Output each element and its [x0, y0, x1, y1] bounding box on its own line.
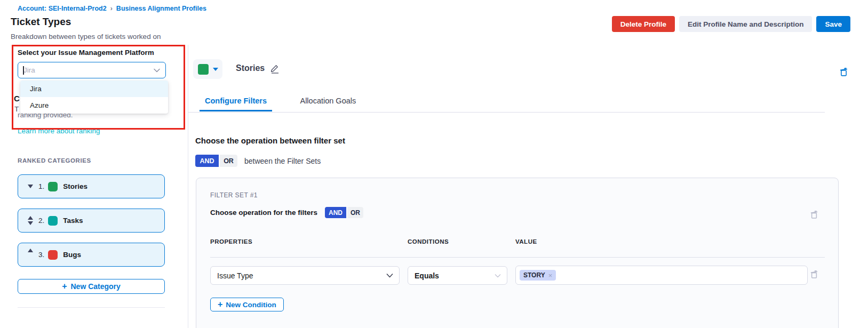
tab-allocation-goals[interactable]: Allocation Goals: [294, 91, 361, 111]
sidebar-bottom-divider: [18, 307, 165, 308]
toggle-caption: between the Filter Sets: [244, 157, 321, 165]
sort-down-icon[interactable]: [26, 185, 35, 188]
column-header-conditions: CONDITIONS: [408, 238, 449, 245]
breadcrumb-separator: ›: [110, 5, 113, 12]
breadcrumb-section-link[interactable]: Business Alignment Profiles: [116, 5, 206, 12]
edit-profile-button[interactable]: Edit Profile Name and Description: [679, 16, 813, 32]
color-swatch: [198, 64, 209, 75]
value-tag-label: STORY: [523, 271, 545, 279]
delete-profile-button[interactable]: Delete Profile: [612, 16, 675, 32]
value-tag-story: STORY ×: [520, 270, 556, 281]
category-card-bugs[interactable]: 3. Bugs: [18, 243, 165, 267]
category-color-swatch: [48, 216, 58, 226]
new-condition-button[interactable]: + New Condition: [210, 298, 284, 311]
property-select-value: Issue Type: [211, 271, 386, 280]
column-header-value: VALUE: [515, 238, 537, 245]
ticket-types-page: Account: SEI-Internal-Prod2›Business Ali…: [0, 0, 868, 328]
tag-close-icon[interactable]: ×: [548, 272, 553, 279]
column-header-divider: [210, 257, 825, 258]
filters-or-toggle[interactable]: OR: [347, 207, 363, 218]
delete-category-icon[interactable]: [839, 67, 848, 77]
platform-select-input[interactable]: [18, 66, 154, 74]
obscured-heading-partial: C: [14, 94, 20, 103]
category-rank: 3.: [38, 251, 44, 259]
platform-select[interactable]: [18, 62, 166, 78]
category-rank: 2.: [38, 217, 44, 225]
category-card-tasks[interactable]: 2. Tasks: [18, 209, 165, 233]
condition-select-value: Equals: [408, 271, 495, 280]
filter-set-label: FILTER SET #1: [210, 191, 258, 199]
platform-dropdown-menu: Jira Azure: [20, 81, 168, 114]
new-condition-label: New Condition: [226, 301, 276, 309]
ranked-categories-heading: RANKED CATEGORIES: [18, 157, 91, 164]
filters-and-toggle[interactable]: AND: [325, 207, 346, 218]
save-button[interactable]: Save: [816, 16, 850, 32]
category-name: Stories: [63, 182, 87, 190]
sort-up-down-icon[interactable]: [26, 216, 35, 225]
page-subtitle: Breakdown between types of tickets worke…: [11, 33, 161, 41]
condition-select[interactable]: Equals: [408, 266, 507, 285]
learn-more-ranking-link[interactable]: Learn more about ranking: [18, 127, 100, 135]
header-actions: Delete Profile Edit Profile Name and Des…: [612, 16, 850, 32]
dropdown-option-jira[interactable]: Jira: [20, 81, 168, 97]
new-category-button[interactable]: + New Category: [18, 279, 165, 294]
breadcrumb-account-link[interactable]: Account: SEI-Internal-Prod2: [18, 5, 107, 12]
delete-filter-set-icon[interactable]: [810, 210, 818, 219]
category-card-stories[interactable]: 1. Stories: [18, 174, 165, 198]
edit-pencil-icon[interactable]: [270, 63, 280, 74]
filters-operation-label: Choose operation for the filters: [210, 209, 317, 217]
value-multiselect-input[interactable]: STORY ×: [515, 266, 808, 285]
plus-icon: +: [218, 300, 222, 309]
page-title: Ticket Types: [11, 16, 71, 28]
chevron-down-icon: [154, 68, 160, 73]
delete-condition-icon[interactable]: [810, 270, 818, 279]
filter-operation-heading: Choose the operation between filter set: [195, 136, 345, 145]
category-name: Bugs: [63, 251, 81, 259]
dropdown-option-azure[interactable]: Azure: [20, 97, 168, 114]
platform-select-label: Select your Issue Management Platform: [18, 49, 154, 57]
new-category-label: New Category: [70, 282, 120, 291]
sidebar-divider-vertical: [188, 45, 188, 328]
chevron-down-icon: [386, 273, 393, 278]
breadcrumb: Account: SEI-Internal-Prod2›Business Ali…: [18, 5, 206, 12]
chevron-down-icon: [495, 274, 501, 278]
caret-down-icon: [213, 68, 218, 71]
category-title: Stories: [236, 63, 265, 73]
sort-up-icon[interactable]: [26, 249, 35, 252]
filter-set-card: FILTER SET #1 Choose operation for the f…: [196, 178, 839, 328]
text-cursor: [23, 66, 24, 75]
and-toggle[interactable]: AND: [195, 155, 219, 167]
property-select[interactable]: Issue Type: [210, 266, 400, 285]
category-color-swatch: [48, 250, 58, 260]
tab-configure-filters[interactable]: Configure Filters: [200, 91, 272, 111]
filters-operation-row: Choose operation for the filters AND OR: [210, 207, 363, 218]
filter-set-operation-toggle: AND OR between the Filter Sets: [195, 155, 321, 167]
category-color-swatch: [48, 182, 58, 191]
category-rank: 1.: [38, 182, 44, 190]
category-name: Tasks: [63, 217, 83, 225]
tab-bar: Configure Filters Allocation Goals: [188, 91, 825, 113]
plus-icon: +: [62, 282, 67, 291]
or-toggle[interactable]: OR: [220, 155, 237, 167]
column-header-properties: PROPERTIES: [210, 238, 252, 245]
category-color-dropdown[interactable]: [193, 59, 222, 79]
